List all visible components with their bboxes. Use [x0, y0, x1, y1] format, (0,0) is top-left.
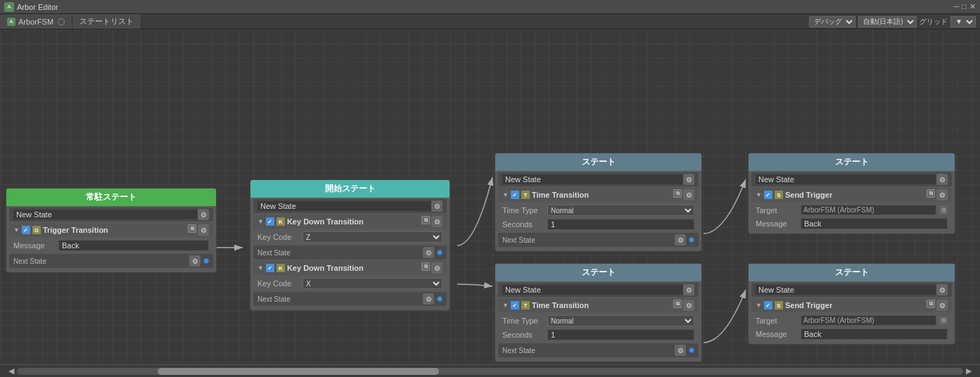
- debug-select[interactable]: デバッグ: [809, 16, 855, 27]
- node2-next2-label: Next State: [257, 295, 420, 303]
- node2-gear2[interactable]: ⚙: [431, 262, 443, 274]
- app-title: Arbor Editor: [17, 3, 58, 11]
- node6-section: ▼ ✓ S Send Trigger ⧉ ⚙: [751, 298, 952, 312]
- tab-arborfsm[interactable]: A ArborFSM: [0, 14, 72, 29]
- node2-toggle2[interactable]: ▼: [257, 264, 264, 271]
- node1-connector: [203, 258, 209, 264]
- node6-gear-btn[interactable]: ⚙: [936, 284, 948, 295]
- node4-message-input[interactable]: [801, 218, 948, 229]
- node1-checkbox[interactable]: ✓: [22, 226, 30, 234]
- node5-seconds-input[interactable]: [547, 329, 694, 340]
- node1-section-gear[interactable]: ⚙: [198, 224, 209, 236]
- node4-target-btn[interactable]: ⊙: [939, 206, 948, 215]
- node2-gear1[interactable]: ⚙: [431, 216, 443, 227]
- node2-next1-gear[interactable]: ⚙: [423, 247, 434, 258]
- node6-target-btn[interactable]: ⊙: [939, 317, 948, 325]
- node3-section: ▼ ✓ T Time Transition ⧉ ⚙: [498, 188, 699, 202]
- tab-circle: [58, 18, 65, 25]
- node2-state-input[interactable]: [257, 201, 431, 211]
- node2-checkbox1[interactable]: ✓: [266, 217, 274, 226]
- node3-small-icon: T: [521, 191, 530, 199]
- scroll-track[interactable]: [17, 368, 963, 375]
- maximize-btn[interactable]: □: [962, 2, 967, 11]
- node2-copy1[interactable]: ⧉: [421, 216, 430, 224]
- node4-toggle[interactable]: ▼: [756, 191, 762, 198]
- node5-small-icon: T: [521, 301, 530, 309]
- arborfsm-tab-icon: A: [7, 18, 15, 26]
- node6-message-input[interactable]: [801, 328, 948, 340]
- scroll-right-btn[interactable]: ▶: [966, 366, 972, 376]
- node1-next-state: Next State ⚙: [9, 254, 213, 268]
- node4-copy[interactable]: ⧉: [927, 189, 935, 198]
- scroll-left-btn[interactable]: ◀: [8, 366, 14, 376]
- node5-gear-btn[interactable]: ⚙: [683, 284, 694, 295]
- node4-state-input[interactable]: [756, 174, 936, 184]
- node2-keycode2-select[interactable]: X: [303, 278, 443, 289]
- node3-next-state: Next State ⚙: [498, 233, 699, 247]
- node3-next-label: Next State: [502, 236, 672, 244]
- tab-statelist[interactable]: ステートリスト: [72, 14, 141, 29]
- node3-checkbox[interactable]: ✓: [511, 191, 519, 199]
- node6-toggle[interactable]: ▼: [756, 302, 762, 309]
- node3-timetype-select[interactable]: Normal: [547, 205, 694, 216]
- canvas: 常駐ステート ⚙ ▼ ✓ G Trigger Transition ⧉ ⚙ Me…: [0, 30, 980, 364]
- node5-next-gear[interactable]: ⚙: [675, 345, 686, 356]
- node1-toggle[interactable]: ▼: [13, 226, 20, 234]
- node5-section-label: Time Transition: [532, 301, 589, 309]
- node2-section2: ▼ ✓ K Key Down Transition ⧉ ⚙: [253, 261, 447, 275]
- node3-gear-btn[interactable]: ⚙: [683, 174, 694, 185]
- node3-next-gear[interactable]: ⚙: [675, 234, 686, 245]
- node4-gear-btn[interactable]: ⚙: [936, 174, 948, 185]
- node3-seconds-input[interactable]: [547, 219, 694, 230]
- grid-select[interactable]: ▼: [950, 16, 976, 27]
- close-btn[interactable]: ✕: [969, 2, 976, 11]
- node-resident-state: 常駐ステート ⚙ ▼ ✓ G Trigger Transition ⧉ ⚙ Me…: [6, 188, 217, 273]
- node6-state-input[interactable]: [756, 285, 936, 295]
- node1-section-icons: ⧉ ⚙: [188, 224, 209, 236]
- node5-timetype-row: Time Type Normal: [495, 314, 701, 328]
- node-state-bot-send: ステート ⚙ ▼ ✓ S Send Trigger ⧉ ⚙ Target Arb…: [748, 263, 955, 345]
- node3-copy[interactable]: ⧉: [673, 189, 682, 198]
- node1-state-input[interactable]: [13, 210, 198, 219]
- node5-section-gear[interactable]: ⚙: [683, 300, 694, 311]
- node6-checkbox[interactable]: ✓: [764, 301, 772, 309]
- node5-toggle[interactable]: ▼: [502, 302, 509, 309]
- node6-section-label: Send Trigger: [785, 301, 832, 309]
- node1-message-input[interactable]: [58, 240, 209, 251]
- node2-next2-gear[interactable]: ⚙: [423, 293, 434, 305]
- node2-keycode2-row: Key Code X: [250, 276, 450, 290]
- node3-toggle[interactable]: ▼: [502, 191, 509, 198]
- node5-state-input[interactable]: [502, 285, 683, 295]
- scroll-thumb[interactable]: [158, 368, 439, 375]
- node4-checkbox[interactable]: ✓: [764, 191, 772, 199]
- node2-copy2[interactable]: ⧉: [421, 262, 430, 271]
- node6-state-field: ⚙: [751, 283, 952, 297]
- node4-section-gear[interactable]: ⚙: [936, 189, 948, 200]
- node3-state-input[interactable]: [502, 174, 683, 184]
- node5-timetype-select[interactable]: Normal: [547, 315, 694, 326]
- node1-copy-icon[interactable]: ⧉: [188, 224, 196, 233]
- node4-target-label: Target: [756, 206, 798, 215]
- node2-toggle1[interactable]: ▼: [257, 218, 264, 225]
- node3-seconds-row: Seconds: [495, 217, 701, 231]
- node-start-state: 開始ステート ⚙ ▼ ✓ K Key Down Transition ⧉ ⚙ K…: [250, 179, 450, 311]
- toolbar-right: デバッグ 自動(日本語) グリッド ▼: [805, 14, 980, 29]
- node1-section-label: Trigger Transition: [43, 226, 108, 234]
- node5-header: ステート: [495, 264, 701, 281]
- node1-next-gear[interactable]: ⚙: [189, 255, 201, 267]
- node4-message-row: Message: [749, 217, 955, 231]
- node5-copy[interactable]: ⧉: [673, 300, 682, 308]
- node6-section-gear[interactable]: ⚙: [936, 300, 948, 311]
- node2-gear-btn[interactable]: ⚙: [431, 200, 443, 212]
- node1-state-field: ⚙: [9, 207, 213, 222]
- node2-keycode1-label: Key Code: [257, 233, 300, 241]
- node2-keycode1-select[interactable]: Z: [303, 231, 443, 243]
- node3-section-gear[interactable]: ⚙: [683, 189, 694, 200]
- node-state-bot-time: ステート ⚙ ▼ ✓ T Time Transition ⧉ ⚙ Time Ty…: [495, 263, 702, 362]
- node1-gear-btn[interactable]: ⚙: [198, 209, 209, 220]
- node2-checkbox2[interactable]: ✓: [266, 264, 274, 272]
- node5-checkbox[interactable]: ✓: [511, 301, 519, 309]
- minimize-btn[interactable]: ─: [954, 2, 960, 11]
- auto-select[interactable]: 自動(日本語): [858, 16, 917, 27]
- node6-copy[interactable]: ⧉: [927, 300, 935, 308]
